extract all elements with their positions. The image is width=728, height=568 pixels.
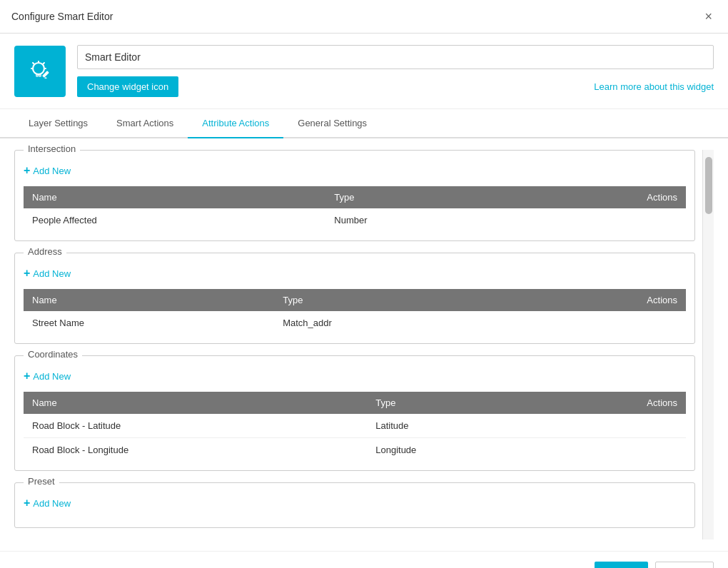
header-actions: Change widget icon Learn more about this… <box>77 76 714 97</box>
learn-more-link[interactable]: Learn more about this widget <box>594 81 714 92</box>
section-address: Address + Add New Name Type Actions <box>14 253 695 344</box>
widget-name-input[interactable] <box>77 45 714 69</box>
section-coordinates-content: + Add New Name Type Actions <box>15 356 694 470</box>
address-table: Name Type Actions Street Name Match_addr <box>24 289 686 335</box>
cell-actions <box>542 438 687 462</box>
widget-icon-svg <box>26 57 54 86</box>
plus-icon: + <box>24 497 30 509</box>
main-content: Intersection + Add New Name Type Actions <box>14 150 702 539</box>
section-intersection-content: + Add New Name Type Actions <box>15 151 694 240</box>
intersection-col-name: Name <box>24 186 325 208</box>
header-right: Change widget icon Learn more about this… <box>77 45 714 97</box>
add-new-intersection-button[interactable]: + Add New <box>24 162 71 179</box>
cell-type: Latitude <box>367 414 542 438</box>
section-coordinates: Coordinates + Add New Name Type Actions <box>14 355 695 471</box>
cell-name: Street Name <box>24 311 274 335</box>
cell-actions <box>514 311 686 335</box>
cell-type: Match_addr <box>274 311 514 335</box>
address-col-type: Type <box>274 289 514 311</box>
cell-name: People Affected <box>24 208 325 232</box>
ok-button[interactable]: OK <box>595 562 648 568</box>
cell-actions <box>542 414 687 438</box>
add-new-coordinates-label: Add New <box>33 371 71 382</box>
widget-icon <box>14 46 66 97</box>
tab-smart-actions[interactable]: Smart Actions <box>102 109 188 138</box>
section-preset-label: Preset <box>24 476 59 487</box>
cell-name: Road Block - Latitude <box>24 414 367 438</box>
section-coordinates-label: Coordinates <box>24 349 82 360</box>
coordinates-col-name: Name <box>24 392 367 414</box>
table-row: Road Block - Latitude Latitude <box>24 414 686 438</box>
dialog-titlebar: Configure Smart Editor × <box>0 0 728 34</box>
tabs-bar: Layer Settings Smart Actions Attribute A… <box>0 109 728 138</box>
address-col-actions: Actions <box>514 289 686 311</box>
scrollbar[interactable] <box>702 150 714 539</box>
configure-smart-editor-dialog: Configure Smart Editor × Change widget <box>0 0 728 568</box>
close-button[interactable]: × <box>700 9 717 24</box>
intersection-col-type: Type <box>325 186 510 208</box>
dialog-body: Intersection + Add New Name Type Actions <box>0 138 728 551</box>
svg-marker-7 <box>44 77 47 78</box>
add-new-coordinates-button[interactable]: + Add New <box>24 367 71 385</box>
tab-layer-settings[interactable]: Layer Settings <box>14 109 102 138</box>
address-col-name: Name <box>24 289 274 311</box>
svg-line-2 <box>43 63 44 64</box>
intersection-col-actions: Actions <box>510 186 686 208</box>
tab-attribute-actions[interactable]: Attribute Actions <box>188 109 283 138</box>
add-new-address-label: Add New <box>33 268 71 279</box>
dialog-title: Configure Smart Editor <box>11 11 113 22</box>
add-new-address-button[interactable]: + Add New <box>24 265 71 282</box>
add-new-preset-label: Add New <box>33 498 71 509</box>
address-table-header-row: Name Type Actions <box>24 289 686 311</box>
plus-icon: + <box>24 370 30 382</box>
coordinates-col-actions: Actions <box>542 392 687 414</box>
table-row: Street Name Match_addr <box>24 311 686 335</box>
cell-type: Number <box>325 208 510 232</box>
add-new-intersection-label: Add New <box>33 166 71 176</box>
dialog-footer: OK Cancel <box>0 551 728 568</box>
tab-general-settings[interactable]: General Settings <box>283 109 381 138</box>
intersection-table-header-row: Name Type Actions <box>24 186 686 208</box>
cell-type: Longitude <box>367 438 542 462</box>
plus-icon: + <box>24 268 30 279</box>
svg-line-4 <box>33 63 34 64</box>
plus-icon: + <box>24 165 30 176</box>
section-address-content: + Add New Name Type Actions <box>15 253 694 343</box>
section-preset: Preset + Add New <box>14 482 695 528</box>
section-address-label: Address <box>24 246 66 257</box>
table-row: Road Block - Longitude Longitude <box>24 438 686 462</box>
cancel-button[interactable]: Cancel <box>655 562 714 568</box>
change-widget-icon-button[interactable]: Change widget icon <box>77 76 178 97</box>
cell-name: Road Block - Longitude <box>24 438 367 462</box>
scrollbar-thumb[interactable] <box>705 157 712 214</box>
dialog-header: Change widget icon Learn more about this… <box>0 34 728 109</box>
coordinates-table-header-row: Name Type Actions <box>24 392 686 414</box>
intersection-table: Name Type Actions People Affected Number <box>24 186 686 232</box>
add-new-preset-button[interactable]: + Add New <box>24 495 71 512</box>
section-intersection: Intersection + Add New Name Type Actions <box>14 150 695 241</box>
table-row: People Affected Number <box>24 208 686 232</box>
section-intersection-label: Intersection <box>24 143 80 154</box>
section-preset-content: + Add New <box>15 483 694 527</box>
cell-actions <box>510 208 686 232</box>
coordinates-col-type: Type <box>367 392 542 414</box>
coordinates-table: Name Type Actions Road Block - Latitude … <box>24 392 686 462</box>
